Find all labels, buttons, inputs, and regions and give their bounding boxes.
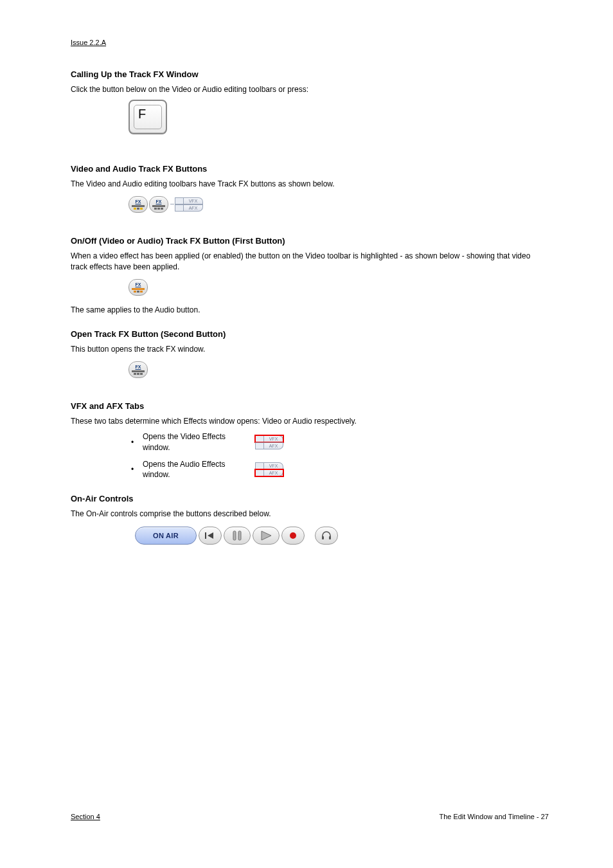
keycap-f: F: [129, 100, 167, 134]
headphones-icon: [321, 531, 332, 540]
bullet-dot-2: •: [129, 465, 136, 474]
para-fx-buttons: The Video and Audio editing toolbars hav…: [71, 179, 549, 189]
svg-marker-1: [208, 532, 213, 539]
heading-fx-buttons: Video and Audio Track FX Buttons: [71, 164, 549, 174]
vfx-afx-tabs[interactable]: VFX AFX: [175, 197, 203, 212]
bullet-text-2: Opens the Audio Effects window.: [143, 459, 249, 480]
fx-open-button-solo[interactable]: FX: [129, 361, 148, 378]
go-to-start-button[interactable]: [199, 527, 222, 545]
tab-vfx[interactable]: VFX: [184, 197, 203, 204]
play-button[interactable]: [253, 527, 280, 545]
footer-right: The Edit Window and Timeline - 27: [439, 813, 549, 820]
play-icon: [260, 530, 272, 541]
svg-rect-0: [205, 532, 206, 539]
headphones-button[interactable]: [315, 527, 338, 545]
svg-rect-6: [322, 536, 324, 539]
keycap-letter: F: [134, 105, 162, 129]
svg-rect-3: [238, 531, 241, 540]
heading-vfx-afx-tabs: VFX and AFX Tabs: [71, 401, 549, 411]
bullet-text-1: Opens the Video Effects window.: [143, 431, 249, 452]
vfx-afx-tabs-afx-highlight: VFX AFX: [255, 462, 283, 476]
para-open-1: This button opens the track FX window.: [71, 344, 549, 354]
bullet-dot-1: •: [129, 438, 136, 447]
fx-toolbar-group: FX FX: [129, 196, 203, 213]
fx-label: FX: [136, 199, 141, 204]
svg-rect-2: [233, 531, 236, 540]
fx-glyph-icon-2: [152, 204, 165, 210]
afx-checkbox[interactable]: [175, 204, 184, 212]
fx-toggle-button[interactable]: FX: [129, 196, 148, 213]
vfx-afx-tabs-vfx-highlight: VFX AFX: [255, 435, 283, 449]
fx-open-button[interactable]: FX: [149, 196, 168, 213]
para-calling-up: Click the button below on the Video or A…: [71, 84, 549, 95]
fx-label-4: FX: [136, 365, 141, 369]
transport-bar: ON AIR: [135, 527, 338, 545]
fx-label-3: FX: [136, 282, 141, 287]
heading-onair: On-Air Controls: [71, 494, 549, 503]
fx-glyph-icon-3: [132, 370, 145, 375]
svg-rect-7: [329, 536, 331, 539]
vfx-checkbox[interactable]: [175, 197, 184, 204]
footer-left: Section 4: [71, 813, 100, 820]
heading-onoff-button: On/Off (Video or Audio) Track FX Button …: [71, 236, 549, 246]
fx-toggle-button-highlighted[interactable]: FX: [129, 279, 148, 296]
onair-button[interactable]: ON AIR: [135, 527, 197, 545]
para-tabs-1: These two tabs determine which Effects w…: [71, 416, 549, 426]
record-icon: [288, 530, 298, 541]
page-header: Issue 2.2.A: [71, 39, 549, 46]
para-onoff-1: When a video effect has been applied (or…: [71, 251, 549, 271]
para-onair: The On-Air controls comprise the buttons…: [71, 509, 549, 519]
svg-marker-4: [262, 531, 271, 540]
pause-button[interactable]: [224, 527, 251, 545]
para-onoff-2: The same applies to the Audio button.: [71, 305, 549, 315]
tab-afx[interactable]: AFX: [184, 204, 203, 212]
heading-open-button: Open Track FX Button (Second Button): [71, 329, 549, 339]
fx-glyph-icon-highlighted: [132, 287, 145, 293]
record-button[interactable]: [281, 527, 305, 545]
go-to-start-icon: [204, 531, 216, 540]
fx-label-2: FX: [156, 199, 162, 204]
fx-glyph-icon: [132, 204, 145, 210]
pause-icon: [231, 530, 243, 541]
heading-calling-up: Calling Up the Track FX Window: [71, 69, 549, 79]
svg-point-5: [290, 532, 296, 539]
